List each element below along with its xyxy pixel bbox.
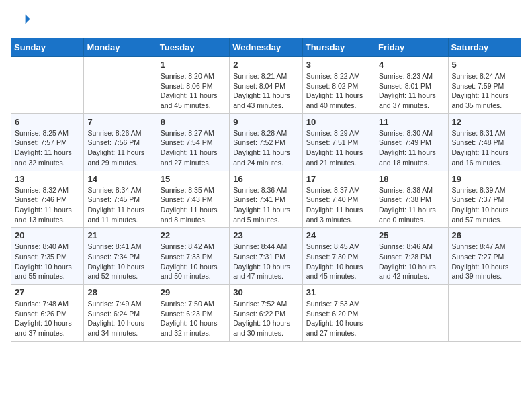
day-cell: 3Sunrise: 8:22 AMSunset: 8:02 PMDaylight… <box>302 57 375 114</box>
weekday-row: SundayMondayTuesdayWednesdayThursdayFrid… <box>11 38 521 57</box>
day-cell: 7Sunrise: 8:26 AMSunset: 7:56 PMDaylight… <box>84 113 157 171</box>
day-info: Sunrise: 7:49 AMSunset: 6:24 PMDaylight:… <box>87 299 152 338</box>
day-info: Sunrise: 8:45 AMSunset: 7:30 PMDaylight:… <box>306 242 371 281</box>
day-cell: 21Sunrise: 8:41 AMSunset: 7:34 PMDayligh… <box>84 228 157 285</box>
day-cell: 28Sunrise: 7:49 AMSunset: 6:24 PMDayligh… <box>84 285 157 342</box>
day-cell <box>11 57 84 114</box>
calendar-header: SundayMondayTuesdayWednesdayThursdayFrid… <box>11 38 521 57</box>
day-info: Sunrise: 8:46 AMSunset: 7:28 PMDaylight:… <box>379 242 444 281</box>
day-number: 26 <box>452 230 517 240</box>
day-cell: 13Sunrise: 8:32 AMSunset: 7:46 PMDayligh… <box>11 171 84 228</box>
day-number: 24 <box>306 230 371 240</box>
page-header <box>11 11 521 32</box>
day-number: 4 <box>379 60 444 70</box>
day-number: 16 <box>233 174 298 184</box>
day-cell: 5Sunrise: 8:24 AMSunset: 7:59 PMDaylight… <box>448 57 521 114</box>
calendar: SundayMondayTuesdayWednesdayThursdayFrid… <box>11 38 521 342</box>
day-cell: 16Sunrise: 8:36 AMSunset: 7:41 PMDayligh… <box>230 171 302 228</box>
day-info: Sunrise: 8:31 AMSunset: 7:48 PMDaylight:… <box>452 128 517 168</box>
day-number: 20 <box>15 230 80 240</box>
day-number: 10 <box>306 117 371 127</box>
day-number: 9 <box>233 117 298 127</box>
day-info: Sunrise: 8:23 AMSunset: 8:01 PMDaylight:… <box>379 71 444 111</box>
day-cell: 11Sunrise: 8:30 AMSunset: 7:49 PMDayligh… <box>375 113 448 171</box>
day-info: Sunrise: 8:36 AMSunset: 7:41 PMDaylight:… <box>233 185 298 225</box>
day-cell: 6Sunrise: 8:25 AMSunset: 7:57 PMDaylight… <box>11 113 84 171</box>
day-number: 19 <box>452 174 517 184</box>
svg-marker-0 <box>26 15 30 24</box>
day-info: Sunrise: 8:25 AMSunset: 7:57 PMDaylight:… <box>15 128 80 168</box>
day-number: 2 <box>233 60 298 70</box>
weekday-header-saturday: Saturday <box>448 38 521 57</box>
day-info: Sunrise: 8:44 AMSunset: 7:31 PMDaylight:… <box>233 242 298 281</box>
week-row-3: 13Sunrise: 8:32 AMSunset: 7:46 PMDayligh… <box>11 171 521 228</box>
day-number: 25 <box>379 230 444 240</box>
day-info: Sunrise: 8:39 AMSunset: 7:37 PMDaylight:… <box>452 185 517 225</box>
day-info: Sunrise: 8:24 AMSunset: 7:59 PMDaylight:… <box>452 71 517 111</box>
weekday-header-thursday: Thursday <box>302 38 375 57</box>
day-info: Sunrise: 8:30 AMSunset: 7:49 PMDaylight:… <box>379 128 444 168</box>
day-cell: 10Sunrise: 8:29 AMSunset: 7:51 PMDayligh… <box>302 113 375 171</box>
day-cell: 30Sunrise: 7:52 AMSunset: 6:22 PMDayligh… <box>230 285 302 342</box>
day-info: Sunrise: 8:34 AMSunset: 7:45 PMDaylight:… <box>87 185 152 225</box>
day-cell <box>375 285 448 342</box>
day-info: Sunrise: 8:22 AMSunset: 8:02 PMDaylight:… <box>306 71 371 111</box>
day-number: 30 <box>233 287 298 298</box>
day-cell: 19Sunrise: 8:39 AMSunset: 7:37 PMDayligh… <box>448 171 521 228</box>
day-cell: 1Sunrise: 8:20 AMSunset: 8:06 PMDaylight… <box>157 57 229 114</box>
day-info: Sunrise: 8:28 AMSunset: 7:52 PMDaylight:… <box>233 128 298 168</box>
day-number: 27 <box>15 287 80 298</box>
day-number: 12 <box>452 117 517 127</box>
day-info: Sunrise: 8:40 AMSunset: 7:35 PMDaylight:… <box>15 242 80 281</box>
day-info: Sunrise: 8:47 AMSunset: 7:27 PMDaylight:… <box>452 242 517 281</box>
weekday-header-friday: Friday <box>375 38 448 57</box>
day-cell: 23Sunrise: 8:44 AMSunset: 7:31 PMDayligh… <box>230 228 302 285</box>
day-number: 18 <box>379 174 444 184</box>
day-info: Sunrise: 7:50 AMSunset: 6:23 PMDaylight:… <box>161 299 226 338</box>
day-info: Sunrise: 8:26 AMSunset: 7:56 PMDaylight:… <box>87 128 152 168</box>
logo <box>11 11 31 32</box>
day-cell: 20Sunrise: 8:40 AMSunset: 7:35 PMDayligh… <box>11 228 84 285</box>
day-cell: 26Sunrise: 8:47 AMSunset: 7:27 PMDayligh… <box>448 228 521 285</box>
weekday-header-monday: Monday <box>84 38 157 57</box>
day-number: 5 <box>452 60 517 70</box>
day-number: 3 <box>306 60 371 70</box>
day-number: 29 <box>161 287 226 298</box>
week-row-4: 20Sunrise: 8:40 AMSunset: 7:35 PMDayligh… <box>11 228 521 285</box>
day-cell: 12Sunrise: 8:31 AMSunset: 7:48 PMDayligh… <box>448 113 521 171</box>
day-number: 21 <box>87 230 152 240</box>
day-info: Sunrise: 8:41 AMSunset: 7:34 PMDaylight:… <box>87 242 152 281</box>
day-cell: 18Sunrise: 8:38 AMSunset: 7:38 PMDayligh… <box>375 171 448 228</box>
day-info: Sunrise: 8:38 AMSunset: 7:38 PMDaylight:… <box>379 185 444 225</box>
day-info: Sunrise: 7:48 AMSunset: 6:26 PMDaylight:… <box>15 299 80 338</box>
day-number: 14 <box>87 174 152 184</box>
week-row-5: 27Sunrise: 7:48 AMSunset: 6:26 PMDayligh… <box>11 285 521 342</box>
weekday-header-sunday: Sunday <box>11 38 84 57</box>
day-cell: 29Sunrise: 7:50 AMSunset: 6:23 PMDayligh… <box>157 285 229 342</box>
day-number: 8 <box>161 117 226 127</box>
day-number: 22 <box>161 230 226 240</box>
day-cell: 14Sunrise: 8:34 AMSunset: 7:45 PMDayligh… <box>84 171 157 228</box>
day-number: 7 <box>87 117 152 127</box>
day-number: 6 <box>15 117 80 127</box>
day-info: Sunrise: 8:21 AMSunset: 8:04 PMDaylight:… <box>233 71 298 111</box>
day-info: Sunrise: 8:37 AMSunset: 7:40 PMDaylight:… <box>306 185 371 225</box>
day-cell: 25Sunrise: 8:46 AMSunset: 7:28 PMDayligh… <box>375 228 448 285</box>
day-number: 1 <box>161 60 226 70</box>
logo-icon <box>12 11 31 30</box>
day-info: Sunrise: 7:53 AMSunset: 6:20 PMDaylight:… <box>306 299 371 338</box>
day-info: Sunrise: 8:27 AMSunset: 7:54 PMDaylight:… <box>161 128 226 168</box>
day-info: Sunrise: 8:35 AMSunset: 7:43 PMDaylight:… <box>161 185 226 225</box>
day-cell: 8Sunrise: 8:27 AMSunset: 7:54 PMDaylight… <box>157 113 229 171</box>
day-cell <box>84 57 157 114</box>
weekday-header-tuesday: Tuesday <box>157 38 229 57</box>
day-number: 23 <box>233 230 298 240</box>
day-cell: 22Sunrise: 8:42 AMSunset: 7:33 PMDayligh… <box>157 228 229 285</box>
day-cell: 2Sunrise: 8:21 AMSunset: 8:04 PMDaylight… <box>230 57 302 114</box>
day-info: Sunrise: 8:32 AMSunset: 7:46 PMDaylight:… <box>15 185 80 225</box>
calendar-body: 1Sunrise: 8:20 AMSunset: 8:06 PMDaylight… <box>11 57 521 342</box>
day-cell: 9Sunrise: 8:28 AMSunset: 7:52 PMDaylight… <box>230 113 302 171</box>
svg-marker-1 <box>27 13 31 17</box>
day-number: 13 <box>15 174 80 184</box>
day-info: Sunrise: 8:29 AMSunset: 7:51 PMDaylight:… <box>306 128 371 168</box>
